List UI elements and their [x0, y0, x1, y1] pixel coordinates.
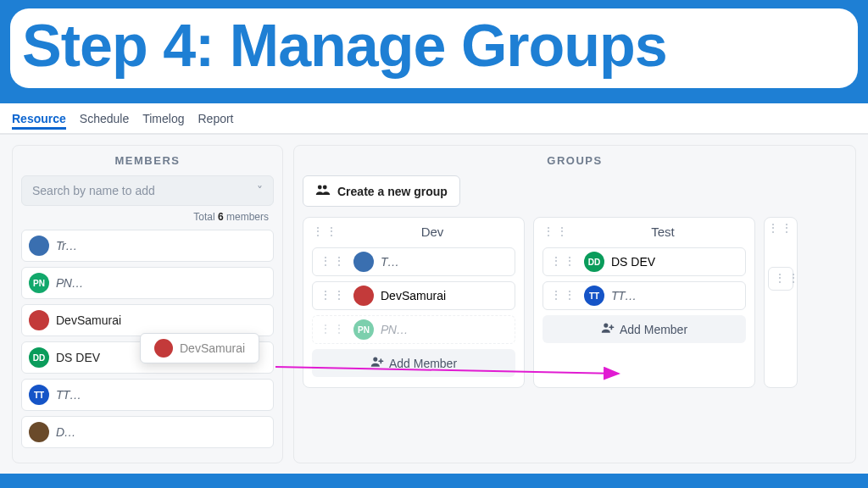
member-chip[interactable]: PN PN…: [21, 267, 274, 299]
avatar: [154, 339, 173, 358]
tab-resource[interactable]: Resource: [12, 110, 66, 130]
group-member[interactable]: ⋮⋮ DevSamurai: [312, 281, 515, 310]
svg-point-0: [318, 186, 322, 190]
groups-panel: GROUPS Create a new group ⋮⋮ Dev ⋮⋮ T: [293, 145, 856, 463]
add-user-icon: [601, 322, 615, 336]
group-member[interactable]: ⋮⋮ DD DS DEV: [542, 247, 746, 276]
member-search-input[interactable]: Search by name to add ˅: [21, 175, 274, 206]
drag-handle-icon[interactable]: ⋮⋮: [312, 228, 339, 236]
avatar: TT: [29, 385, 49, 405]
users-icon: [315, 184, 331, 198]
member-chip[interactable]: TT TT…: [21, 379, 274, 411]
app-frame: Resource Schedule Timelog Report MEMBERS…: [0, 103, 868, 474]
drag-handle-icon[interactable]: ⋮⋮: [550, 291, 577, 300]
avatar: [353, 286, 374, 306]
drag-handle-icon[interactable]: ⋮⋮: [320, 291, 347, 300]
avatar: [353, 252, 374, 272]
tab-bar: Resource Schedule Timelog Report: [0, 110, 868, 135]
group-member-dragging[interactable]: ⋮⋮ PN PN…: [312, 315, 515, 344]
drag-handle-icon[interactable]: ⋮⋮: [774, 274, 801, 283]
member-name: DevSamurai: [56, 313, 121, 327]
member-name: TT…: [611, 289, 637, 302]
group-name: Dev: [349, 225, 515, 239]
member-name: DS DEV: [56, 351, 100, 364]
drag-handle-icon[interactable]: ⋮⋮: [767, 225, 794, 233]
member-name: T…: [381, 255, 399, 269]
member-chip[interactable]: DevSamurai: [21, 304, 274, 336]
search-placeholder: Search by name to add: [32, 184, 155, 197]
drag-ghost-label: DevSamurai: [180, 341, 245, 355]
avatar: PN: [353, 319, 374, 340]
drag-handle-icon[interactable]: ⋮⋮: [320, 258, 347, 266]
member-name: Tr…: [56, 239, 77, 252]
member-name: DevSamurai: [381, 289, 446, 302]
create-group-button[interactable]: Create a new group: [303, 175, 460, 207]
avatar: [29, 422, 49, 442]
avatar: DD: [29, 347, 49, 368]
chevron-down-icon: ˅: [257, 184, 263, 197]
avatar: PN: [29, 273, 49, 293]
member-name: PN…: [381, 323, 408, 336]
svg-point-2: [373, 358, 377, 362]
tab-schedule[interactable]: Schedule: [80, 110, 129, 128]
group-member[interactable]: ⋮⋮ TT TT…: [542, 281, 746, 310]
avatar: DD: [584, 252, 604, 272]
add-member-button[interactable]: Add Member: [312, 349, 515, 377]
tab-report[interactable]: Report: [198, 110, 233, 128]
tab-timelog[interactable]: Timelog: [142, 110, 184, 128]
avatar: [29, 236, 49, 256]
drag-handle-icon[interactable]: ⋮⋮: [542, 228, 570, 236]
groups-row: ⋮⋮ Dev ⋮⋮ T… ⋮⋮ DevSamurai ⋮⋮: [303, 217, 847, 388]
banner-title: Step 4: Manage Groups: [22, 12, 846, 80]
drag-ghost: DevSamurai: [140, 333, 259, 363]
drag-handle-icon[interactable]: ⋮⋮: [320, 325, 347, 334]
main-area: MEMBERS Search by name to add ˅ Total 6 …: [0, 135, 868, 474]
group-card-partial: ⋮⋮ ⋮⋮: [764, 217, 798, 388]
group-member[interactable]: ⋮⋮ T…: [312, 247, 515, 276]
member-chip[interactable]: Tr…: [21, 230, 274, 262]
avatar: TT: [584, 286, 604, 306]
members-panel: MEMBERS Search by name to add ˅ Total 6 …: [12, 145, 283, 463]
member-chip[interactable]: D…: [21, 416, 274, 448]
add-user-icon: [370, 356, 384, 370]
member-name: TT…: [56, 388, 81, 402]
avatar: [29, 310, 49, 330]
group-name: Test: [580, 225, 746, 239]
svg-point-3: [604, 324, 608, 328]
members-title: MEMBERS: [21, 154, 274, 167]
member-name: DS DEV: [611, 255, 655, 269]
svg-point-1: [323, 186, 327, 190]
groups-title: GROUPS: [303, 154, 847, 167]
member-name: D…: [56, 425, 75, 439]
step-banner: Step 4: Manage Groups: [10, 8, 858, 88]
member-total: Total 6 members: [21, 211, 269, 223]
group-card-dev: ⋮⋮ Dev ⋮⋮ T… ⋮⋮ DevSamurai ⋮⋮: [303, 217, 525, 388]
member-list: Tr… PN PN… DevSamurai DD DS DEV TT TT…: [21, 230, 274, 448]
add-member-button[interactable]: Add Member: [542, 315, 746, 343]
group-card-test: ⋮⋮ Test ⋮⋮ DD DS DEV ⋮⋮ TT TT…: [533, 217, 755, 388]
drag-handle-icon[interactable]: ⋮⋮: [550, 258, 577, 266]
member-name: PN…: [56, 276, 83, 290]
